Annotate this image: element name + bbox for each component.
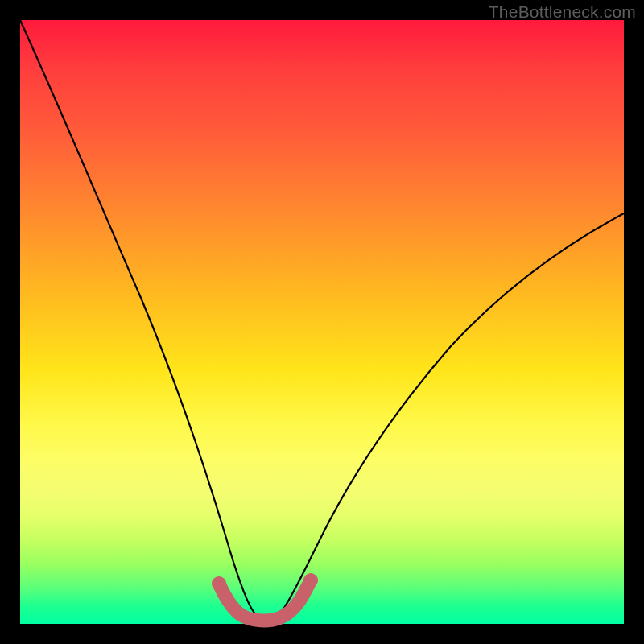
band-endpoint-left bbox=[212, 576, 226, 591]
chart-overlay bbox=[20, 20, 624, 624]
watermark-text: TheBottleneck.com bbox=[489, 2, 636, 22]
chart-frame: TheBottleneck.com bbox=[0, 0, 644, 644]
bottleneck-curve bbox=[20, 20, 624, 619]
band-endpoint-right bbox=[303, 573, 318, 588]
